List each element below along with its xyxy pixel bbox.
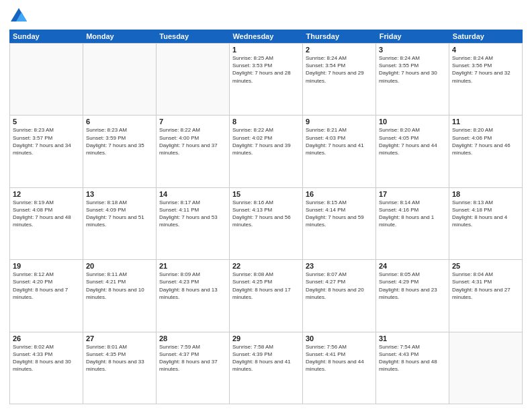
- calendar-cell: [449, 332, 523, 404]
- day-number: 1: [232, 46, 300, 54]
- day-number: 23: [306, 262, 373, 270]
- day-info: Sunrise: 8:14 AMSunset: 4:16 PMDaylight:…: [379, 199, 446, 229]
- day-number: 7: [159, 118, 226, 126]
- day-info: Sunrise: 8:08 AMSunset: 4:25 PMDaylight:…: [232, 271, 300, 301]
- day-number: 13: [86, 190, 153, 198]
- day-number: 14: [159, 190, 226, 198]
- day-info: Sunrise: 8:19 AMSunset: 4:08 PMDaylight:…: [13, 199, 80, 229]
- day-info: Sunrise: 8:02 AMSunset: 4:33 PMDaylight:…: [13, 343, 80, 373]
- calendar-cell: 2Sunrise: 8:24 AMSunset: 3:54 PMDaylight…: [303, 44, 376, 115]
- logo: [9, 7, 31, 26]
- calendar-cell: [83, 44, 157, 115]
- day-info: Sunrise: 8:05 AMSunset: 4:29 PMDaylight:…: [379, 271, 446, 301]
- calendar-cell: 13Sunrise: 8:18 AMSunset: 4:09 PMDayligh…: [83, 188, 157, 259]
- day-info: Sunrise: 8:23 AMSunset: 3:59 PMDaylight:…: [86, 126, 153, 156]
- calendar-cell: 31Sunrise: 7:54 AMSunset: 4:43 PMDayligh…: [376, 332, 449, 404]
- day-number: 26: [13, 334, 80, 342]
- calendar-cell: 19Sunrise: 8:12 AMSunset: 4:20 PMDayligh…: [10, 260, 83, 331]
- header-day: Saturday: [449, 30, 523, 43]
- day-number: 22: [232, 262, 300, 270]
- day-number: 19: [13, 262, 80, 270]
- day-info: Sunrise: 8:24 AMSunset: 3:55 PMDaylight:…: [379, 54, 446, 85]
- day-info: Sunrise: 7:56 AMSunset: 4:41 PMDaylight:…: [306, 343, 373, 373]
- calendar-header: SundayMondayTuesdayWednesdayThursdayFrid…: [9, 30, 523, 43]
- calendar: SundayMondayTuesdayWednesdayThursdayFrid…: [9, 30, 523, 404]
- day-info: Sunrise: 7:54 AMSunset: 4:43 PMDaylight:…: [379, 343, 446, 373]
- day-number: 5: [13, 118, 80, 126]
- calendar-cell: 27Sunrise: 8:01 AMSunset: 4:35 PMDayligh…: [83, 332, 157, 404]
- header-day: Wednesday: [229, 30, 302, 43]
- calendar-cell: 9Sunrise: 8:21 AMSunset: 4:03 PMDaylight…: [303, 116, 376, 187]
- calendar-cell: 15Sunrise: 8:16 AMSunset: 4:13 PMDayligh…: [230, 188, 303, 259]
- header-day: Friday: [376, 30, 449, 43]
- day-info: Sunrise: 8:20 AMSunset: 4:06 PMDaylight:…: [452, 126, 519, 156]
- calendar-cell: 30Sunrise: 7:56 AMSunset: 4:41 PMDayligh…: [303, 332, 376, 404]
- day-number: 16: [306, 190, 373, 198]
- header-day: Sunday: [9, 30, 83, 43]
- day-number: 18: [452, 190, 519, 198]
- day-number: 12: [13, 190, 80, 198]
- calendar-cell: 11Sunrise: 8:20 AMSunset: 4:06 PMDayligh…: [449, 116, 523, 187]
- calendar-cell: 24Sunrise: 8:05 AMSunset: 4:29 PMDayligh…: [376, 260, 449, 331]
- header-day: Monday: [83, 30, 156, 43]
- day-number: 25: [452, 262, 519, 270]
- calendar-row: 12Sunrise: 8:19 AMSunset: 4:08 PMDayligh…: [10, 188, 523, 260]
- calendar-cell: 12Sunrise: 8:19 AMSunset: 4:08 PMDayligh…: [10, 188, 83, 259]
- day-number: 2: [306, 46, 373, 54]
- day-info: Sunrise: 8:04 AMSunset: 4:31 PMDaylight:…: [452, 271, 519, 301]
- day-info: Sunrise: 8:20 AMSunset: 4:05 PMDaylight:…: [379, 126, 446, 156]
- calendar-cell: 26Sunrise: 8:02 AMSunset: 4:33 PMDayligh…: [10, 332, 83, 404]
- calendar-cell: 16Sunrise: 8:15 AMSunset: 4:14 PMDayligh…: [303, 188, 376, 259]
- calendar-cell: 1Sunrise: 8:25 AMSunset: 3:53 PMDaylight…: [230, 44, 303, 115]
- calendar-row: 19Sunrise: 8:12 AMSunset: 4:20 PMDayligh…: [10, 260, 523, 332]
- day-number: 3: [379, 46, 446, 54]
- day-info: Sunrise: 8:22 AMSunset: 4:00 PMDaylight:…: [159, 126, 226, 156]
- calendar-cell: 14Sunrise: 8:17 AMSunset: 4:11 PMDayligh…: [157, 188, 230, 259]
- calendar-cell: 8Sunrise: 8:22 AMSunset: 4:02 PMDaylight…: [230, 116, 303, 187]
- logo-icon: [9, 7, 28, 26]
- calendar-cell: 21Sunrise: 8:09 AMSunset: 4:23 PMDayligh…: [157, 260, 230, 331]
- calendar-cell: 28Sunrise: 7:59 AMSunset: 4:37 PMDayligh…: [157, 332, 230, 404]
- day-number: 4: [452, 46, 519, 54]
- day-info: Sunrise: 8:13 AMSunset: 4:18 PMDaylight:…: [452, 199, 519, 229]
- calendar-cell: 4Sunrise: 8:24 AMSunset: 3:56 PMDaylight…: [449, 44, 523, 115]
- calendar-cell: 29Sunrise: 7:58 AMSunset: 4:39 PMDayligh…: [230, 332, 303, 404]
- day-info: Sunrise: 8:07 AMSunset: 4:27 PMDaylight:…: [306, 271, 373, 301]
- header-day: Thursday: [303, 30, 376, 43]
- day-number: 28: [159, 334, 226, 342]
- day-number: 8: [232, 118, 300, 126]
- day-info: Sunrise: 8:22 AMSunset: 4:02 PMDaylight:…: [232, 126, 300, 156]
- calendar-cell: 25Sunrise: 8:04 AMSunset: 4:31 PMDayligh…: [449, 260, 523, 331]
- day-number: 31: [379, 334, 446, 342]
- day-number: 6: [86, 118, 153, 126]
- day-info: Sunrise: 8:17 AMSunset: 4:11 PMDaylight:…: [159, 199, 226, 229]
- calendar-cell: 23Sunrise: 8:07 AMSunset: 4:27 PMDayligh…: [303, 260, 376, 331]
- calendar-cell: 7Sunrise: 8:22 AMSunset: 4:00 PMDaylight…: [157, 116, 230, 187]
- day-number: 17: [379, 190, 446, 198]
- day-number: 27: [86, 334, 153, 342]
- day-number: 29: [232, 334, 300, 342]
- calendar-body: 1Sunrise: 8:25 AMSunset: 3:53 PMDaylight…: [9, 43, 523, 404]
- page: SundayMondayTuesdayWednesdayThursdayFrid…: [0, 0, 532, 411]
- day-number: 10: [379, 118, 446, 126]
- calendar-cell: 17Sunrise: 8:14 AMSunset: 4:16 PMDayligh…: [376, 188, 449, 259]
- header: [9, 7, 523, 26]
- day-info: Sunrise: 8:24 AMSunset: 3:56 PMDaylight:…: [452, 54, 519, 85]
- header-day: Tuesday: [156, 30, 229, 43]
- calendar-cell: 5Sunrise: 8:23 AMSunset: 3:57 PMDaylight…: [10, 116, 83, 187]
- day-info: Sunrise: 8:21 AMSunset: 4:03 PMDaylight:…: [306, 126, 373, 156]
- calendar-cell: 3Sunrise: 8:24 AMSunset: 3:55 PMDaylight…: [376, 44, 449, 115]
- calendar-row: 1Sunrise: 8:25 AMSunset: 3:53 PMDaylight…: [10, 44, 523, 116]
- day-info: Sunrise: 8:18 AMSunset: 4:09 PMDaylight:…: [86, 199, 153, 229]
- calendar-cell: 10Sunrise: 8:20 AMSunset: 4:05 PMDayligh…: [376, 116, 449, 187]
- calendar-row: 5Sunrise: 8:23 AMSunset: 3:57 PMDaylight…: [10, 116, 523, 187]
- day-info: Sunrise: 7:58 AMSunset: 4:39 PMDaylight:…: [232, 343, 300, 373]
- calendar-cell: [10, 44, 83, 115]
- calendar-cell: 6Sunrise: 8:23 AMSunset: 3:59 PMDaylight…: [83, 116, 157, 187]
- calendar-cell: 18Sunrise: 8:13 AMSunset: 4:18 PMDayligh…: [449, 188, 523, 259]
- calendar-cell: [157, 44, 230, 115]
- calendar-cell: 20Sunrise: 8:11 AMSunset: 4:21 PMDayligh…: [83, 260, 157, 331]
- day-info: Sunrise: 7:59 AMSunset: 4:37 PMDaylight:…: [159, 343, 226, 373]
- day-info: Sunrise: 8:16 AMSunset: 4:13 PMDaylight:…: [232, 199, 300, 229]
- day-info: Sunrise: 8:24 AMSunset: 3:54 PMDaylight:…: [306, 54, 373, 85]
